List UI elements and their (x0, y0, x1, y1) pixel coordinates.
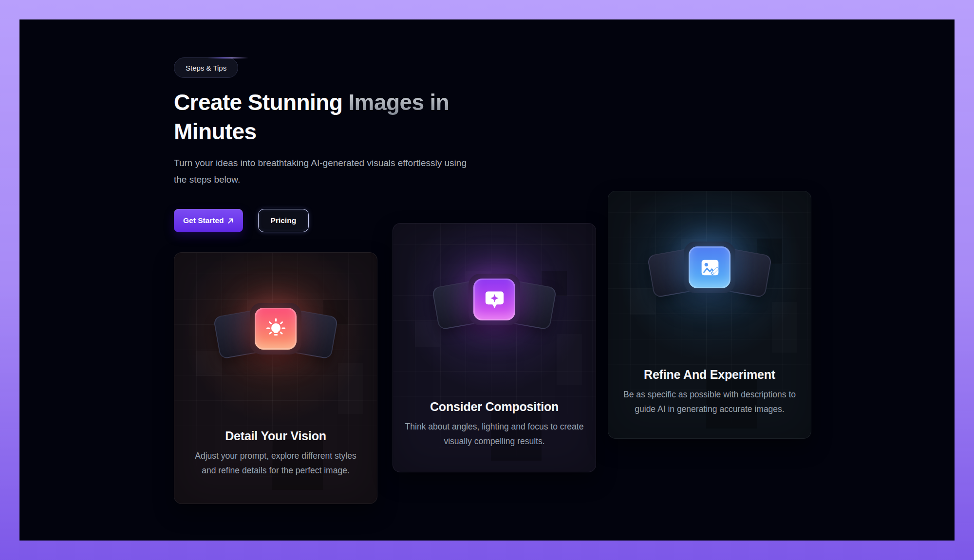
card-description: Be as specific as possible with descript… (608, 387, 811, 416)
grid-patch (630, 289, 656, 315)
badge-label: Steps & Tips (186, 64, 226, 72)
image-edit-icon (689, 246, 730, 288)
grid-patch (196, 351, 222, 376)
icon-frame (250, 303, 301, 355)
page-title: Create Stunning Images inMinutes (174, 88, 505, 146)
grid-patch (415, 321, 440, 347)
pricing-button[interactable]: Pricing (258, 209, 309, 232)
card-title: Detail Your Vision (174, 429, 377, 443)
arrow-up-right-icon (227, 218, 234, 224)
chat-sparkle-icon (473, 279, 515, 320)
grid-patch (338, 363, 363, 414)
pricing-label: Pricing (271, 216, 297, 225)
hero-buttons: Get Started Pricing (174, 209, 309, 232)
subtitle-line-2: the steps below. (174, 174, 240, 185)
subtitle-line-1: Turn your ideas into breathtaking AI-gen… (174, 158, 467, 168)
card-description: Adjust your prompt, explore different st… (174, 448, 377, 478)
title-part-2: Minutes (174, 119, 257, 144)
card-consider-composition: Consider Composition Think about angles,… (393, 223, 596, 472)
title-part-muted: Images in (348, 90, 449, 115)
get-started-label: Get Started (183, 216, 224, 225)
grid-patch (772, 302, 797, 353)
icon-frame (684, 242, 735, 293)
card-title: Refine And Experiment (608, 368, 811, 382)
card-refine-and-experiment: Refine And Experiment Be as specific as … (608, 191, 811, 439)
hero-subtitle: Turn your ideas into breathtaking AI-gen… (174, 155, 467, 188)
grid-patch (557, 334, 582, 385)
card-title: Consider Composition (393, 400, 596, 414)
get-started-button[interactable]: Get Started (174, 209, 243, 232)
lightbulb-icon (255, 308, 297, 350)
title-part-1: Create Stunning (174, 90, 348, 115)
steps-tips-badge: Steps & Tips (174, 57, 238, 78)
card-detail-your-vision: Detail Your Vision Adjust your prompt, e… (174, 252, 377, 504)
card-description: Think about angles, lighting and focus t… (393, 419, 596, 448)
icon-frame (468, 274, 520, 325)
page-canvas: Steps & Tips Create Stunning Images inMi… (19, 19, 955, 541)
